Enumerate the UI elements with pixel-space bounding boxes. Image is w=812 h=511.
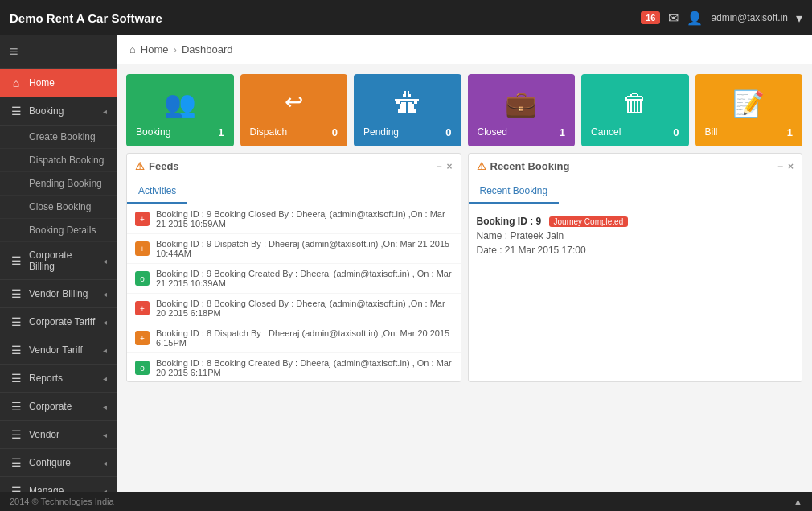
tab-recent-booking[interactable]: Recent Booking xyxy=(469,179,560,204)
main-content: ⌂ Home › Dashboard 👥 Booking 1 ↩ Dispatc… xyxy=(117,35,812,492)
sidebar-corp-billing-label: Corporate Billing xyxy=(29,249,96,272)
minimize-icon[interactable]: − xyxy=(777,161,783,172)
tile-cancel[interactable]: 🗑 Cancel 0 xyxy=(581,74,689,146)
configure-icon: ☰ xyxy=(10,456,23,469)
feed-item: o Booking ID : 8 Booking Created By : Dh… xyxy=(127,353,461,381)
sidebar-item-create-booking[interactable]: Create Booking xyxy=(0,126,117,149)
sidebar-vendor-billing-label: Vendor Billing xyxy=(29,288,96,299)
minimize-icon[interactable]: − xyxy=(436,161,441,172)
recent-booking-tabs: Recent Booking xyxy=(469,179,802,204)
tile-pending-count: 0 xyxy=(445,126,451,138)
notification-badge[interactable]: 16 xyxy=(641,11,660,24)
breadcrumb-sep: › xyxy=(174,43,177,56)
corp-tariff-icon: ☰ xyxy=(10,315,23,328)
recent-booking-header: ⚠ Recent Booking − × xyxy=(469,154,802,179)
close-icon[interactable]: × xyxy=(446,161,452,172)
sidebar-item-vendor-billing[interactable]: ☰ Vendor Billing ◂ xyxy=(0,280,117,308)
booking-name: Name : Prateek Jain xyxy=(477,230,564,241)
sidebar-item-manage[interactable]: ☰ Manage ◂ xyxy=(0,477,117,492)
feed-item: + Booking ID : 8 Dispatch By : Dheeraj (… xyxy=(127,323,461,353)
booking-name-row: Name : Prateek Jain xyxy=(477,230,794,241)
booking-id-row: Booking ID : 9 Journey Completed xyxy=(477,216,794,227)
booking-submenu: Create Booking Dispatch Booking Pending … xyxy=(0,126,117,242)
chevron-icon: ◂ xyxy=(103,346,107,355)
sidebar-item-corporate[interactable]: ☰ Corporate ◂ xyxy=(0,393,117,421)
app-title: Demo Rent A Car Software xyxy=(10,11,641,25)
admin-label: admin@taxisoft.in xyxy=(711,12,788,23)
home-icon-small: ⌂ xyxy=(129,43,136,56)
navbar: Demo Rent A Car Software 16 ✉ 👤 admin@ta… xyxy=(0,0,812,35)
chevron-icon: ◂ xyxy=(103,459,107,468)
tile-bill-label: Bill xyxy=(705,126,718,138)
sidebar-item-close-booking[interactable]: Close Booking xyxy=(0,196,117,219)
sidebar-item-reports[interactable]: ☰ Reports ◂ xyxy=(0,365,117,393)
recent-booking-content: Booking ID : 9 Journey Completed Name : … xyxy=(469,204,802,267)
sidebar-item-booking[interactable]: ☰ Booking ◂ xyxy=(0,97,117,126)
feed-badge: + xyxy=(135,212,150,226)
sidebar-item-configure[interactable]: ☰ Configure ◂ xyxy=(0,449,117,477)
sidebar-toggle[interactable]: ≡ xyxy=(10,43,18,60)
recent-booking-header-left: ⚠ Recent Booking xyxy=(477,160,570,172)
tile-cancel-label: Cancel xyxy=(591,126,621,138)
feeds-title: Feeds xyxy=(149,160,179,172)
navbar-icons: 16 ✉ 👤 admin@taxisoft.in ▾ xyxy=(641,10,802,26)
app-body: ≡ ⌂ Home ☰ Booking ◂ Create Booking Disp… xyxy=(0,35,812,492)
booking-date-row: Date : 21 Mar 2015 17:00 xyxy=(477,245,794,256)
tile-pending-label: Pending xyxy=(363,126,399,138)
sidebar-booking-label: Booking xyxy=(29,105,96,117)
sidebar-item-corporate-tariff[interactable]: ☰ Corporate Tariff ◂ xyxy=(0,308,117,336)
recent-booking-panel: ⚠ Recent Booking − × Recent Booking Book… xyxy=(468,153,803,382)
booking-tile-icon: 👥 xyxy=(136,89,224,119)
vendor-billing-icon: ☰ xyxy=(10,287,23,300)
sidebar-item-corporate-billing[interactable]: ☰ Corporate Billing ◂ xyxy=(0,242,117,280)
tile-closed[interactable]: 💼 Closed 1 xyxy=(468,74,576,146)
tile-pending[interactable]: 🛣 Pending 0 xyxy=(354,74,461,146)
tile-pending-footer: Pending 0 xyxy=(363,126,452,138)
sidebar-item-pending-booking[interactable]: Pending Booking xyxy=(0,172,117,196)
chevron-icon: ◂ xyxy=(103,107,107,116)
tile-dispatch[interactable]: ↩ Dispatch 0 xyxy=(240,74,348,146)
tiles-row: 👥 Booking 1 ↩ Dispatch 0 🛣 Pending 0 xyxy=(117,64,812,153)
tile-booking-footer: Booking 1 xyxy=(136,126,224,138)
panels-row: ⚠ Feeds − × Activities + Booking ID : 9 xyxy=(117,153,812,392)
footer: 2014 © Technologies India ▲ xyxy=(0,492,812,511)
breadcrumb-home[interactable]: Home xyxy=(141,43,169,56)
cancel-tile-icon: 🗑 xyxy=(591,89,679,118)
sidebar-item-vendor-tariff[interactable]: ☰ Vendor Tariff ◂ xyxy=(0,336,117,365)
booking-icon: ☰ xyxy=(10,105,23,117)
dropdown-icon[interactable]: ▾ xyxy=(796,10,802,26)
tile-bill[interactable]: 📝 Bill 1 xyxy=(695,74,803,146)
recent-booking-controls[interactable]: − × xyxy=(777,161,794,172)
feed-badge: o xyxy=(135,271,150,286)
feed-text: Booking ID : 8 Booking Closed By : Dheer… xyxy=(156,299,453,318)
sidebar-item-dispatch-booking[interactable]: Dispatch Booking xyxy=(0,149,117,172)
feed-item: + Booking ID : 9 Booking Closed By : Dhe… xyxy=(127,204,461,234)
scroll-to-top-button[interactable]: ▲ xyxy=(794,497,802,506)
sidebar-corp-tariff-label: Corporate Tariff xyxy=(29,316,96,328)
dispatch-tile-icon: ↩ xyxy=(250,89,338,115)
chevron-icon: ◂ xyxy=(103,290,107,299)
sidebar: ≡ ⌂ Home ☰ Booking ◂ Create Booking Disp… xyxy=(0,35,117,492)
feed-item: o Booking ID : 9 Booking Created By : Dh… xyxy=(127,264,461,294)
chevron-icon: ◂ xyxy=(103,431,107,439)
tile-closed-label: Closed xyxy=(478,126,507,138)
sidebar-reports-label: Reports xyxy=(29,373,96,384)
breadcrumb-current: Dashboard xyxy=(182,43,233,56)
booking-date: Date : 21 Mar 2015 17:00 xyxy=(477,245,586,256)
sidebar-item-booking-details[interactable]: Booking Details xyxy=(0,219,117,242)
user-icon: 👤 xyxy=(687,10,703,26)
sidebar-corporate-label: Corporate xyxy=(29,401,96,412)
close-icon[interactable]: × xyxy=(788,161,794,172)
footer-copyright: 2014 © Technologies India xyxy=(10,497,114,506)
feed-text: Booking ID : 9 Booking Created By : Dhee… xyxy=(156,269,453,288)
feeds-header-left: ⚠ Feeds xyxy=(135,160,179,172)
sidebar-item-vendor[interactable]: ☰ Vendor ◂ xyxy=(0,421,117,449)
feeds-header-controls[interactable]: − × xyxy=(436,161,452,172)
booking-id: Booking ID : 9 xyxy=(477,216,542,227)
sidebar-item-home[interactable]: ⌂ Home xyxy=(0,69,117,97)
envelope-icon[interactable]: ✉ xyxy=(668,10,679,26)
tile-booking[interactable]: 👥 Booking 1 xyxy=(126,74,234,146)
tab-activities[interactable]: Activities xyxy=(127,179,187,204)
corp-billing-icon: ☰ xyxy=(10,254,23,267)
tile-cancel-footer: Cancel 0 xyxy=(591,126,679,138)
